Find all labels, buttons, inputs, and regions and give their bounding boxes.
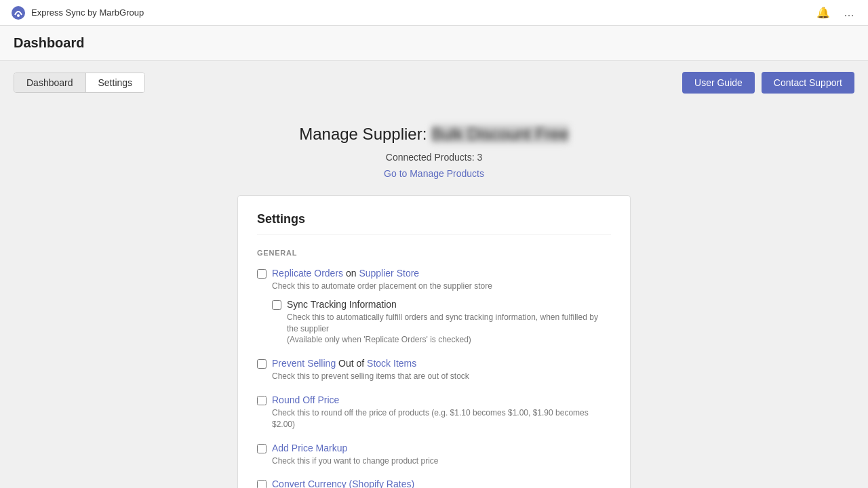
- setting-sync-tracking: Sync Tracking Information Check this to …: [272, 299, 611, 346]
- supplier-name: Bulk Discount Free: [431, 125, 569, 144]
- app-branding: Express Sync by MarbGroup: [11, 5, 144, 20]
- convert-shopify-checkbox[interactable]: [257, 480, 267, 488]
- setting-replicate-orders: Replicate Orders on Supplier Store Check…: [257, 268, 611, 346]
- manage-products-link[interactable]: Go to Manage Products: [384, 168, 484, 179]
- tab-group: Dashboard Settings: [14, 73, 145, 93]
- replicate-orders-description: Check this to automate order placement o…: [272, 281, 611, 292]
- tab-settings[interactable]: Settings: [86, 73, 145, 92]
- page-title: Dashboard: [14, 35, 854, 51]
- prevent-selling-description: Check this to prevent selling items that…: [272, 371, 611, 382]
- sync-tracking-label[interactable]: Sync Tracking Information: [272, 299, 611, 310]
- page-title-bar: Dashboard: [0, 26, 868, 61]
- supplier-title-prefix: Manage Supplier:: [299, 125, 427, 143]
- contact-support-button[interactable]: Contact Support: [762, 72, 854, 94]
- add-markup-label[interactable]: Add Price Markup: [257, 443, 611, 453]
- more-options-icon[interactable]: …: [841, 5, 857, 20]
- tab-dashboard[interactable]: Dashboard: [14, 73, 86, 92]
- convert-shopify-text: Convert Currency (Shopify Rates): [272, 479, 414, 488]
- prevent-selling-checkbox[interactable]: [257, 359, 267, 369]
- setting-add-markup: Add Price Markup Check this if you want …: [257, 443, 611, 467]
- setting-round-off: Round Off Price Check this to round off …: [257, 394, 611, 430]
- top-bar: Express Sync by MarbGroup 🔔 …: [0, 0, 868, 26]
- connected-products: Connected Products: 3: [14, 152, 854, 163]
- sync-tracking-checkbox[interactable]: [272, 300, 281, 310]
- settings-card: Settings GENERAL Replicate Orders on Sup…: [237, 195, 631, 488]
- round-off-checkbox[interactable]: [257, 396, 267, 405]
- main-content: Manage Supplier: Bulk Discount Free Conn…: [0, 104, 868, 488]
- settings-section-title: Settings: [257, 212, 611, 235]
- svg-point-1: [17, 14, 20, 17]
- nav-buttons: User Guide Contact Support: [682, 72, 854, 94]
- app-logo-icon: [11, 5, 26, 20]
- prevent-selling-text: Prevent Selling Out of Stock Items: [272, 358, 416, 369]
- supplier-title: Manage Supplier: Bulk Discount Free: [14, 125, 854, 144]
- replicate-orders-text: Replicate Orders on Supplier Store: [272, 268, 419, 279]
- prevent-selling-label[interactable]: Prevent Selling Out of Stock Items: [257, 358, 611, 369]
- round-off-label[interactable]: Round Off Price: [257, 394, 611, 405]
- general-section-label: GENERAL: [257, 249, 611, 257]
- setting-convert-shopify: Convert Currency (Shopify Rates) Check t…: [257, 479, 611, 488]
- top-bar-actions: 🔔 …: [814, 5, 857, 20]
- convert-shopify-label[interactable]: Convert Currency (Shopify Rates): [257, 479, 611, 488]
- app-title: Express Sync by MarbGroup: [31, 7, 144, 18]
- add-markup-checkbox[interactable]: [257, 444, 267, 453]
- sync-tracking-text: Sync Tracking Information: [287, 299, 397, 310]
- replicate-orders-checkbox[interactable]: [257, 269, 267, 279]
- notification-icon[interactable]: 🔔: [814, 5, 833, 20]
- setting-prevent-selling: Prevent Selling Out of Stock Items Check…: [257, 358, 611, 382]
- round-off-description: Check this to round off the price of pro…: [272, 407, 611, 430]
- add-markup-text: Add Price Markup: [272, 443, 347, 453]
- svg-point-0: [12, 6, 25, 20]
- add-markup-description: Check this if you want to change product…: [272, 455, 611, 467]
- user-guide-button[interactable]: User Guide: [682, 72, 755, 94]
- round-off-text: Round Off Price: [272, 394, 339, 405]
- manage-products-link-container: Go to Manage Products: [14, 168, 854, 179]
- replicate-orders-label[interactable]: Replicate Orders on Supplier Store: [257, 268, 611, 279]
- sync-tracking-description: Check this to automatically fulfill orde…: [287, 312, 611, 346]
- nav-area: Dashboard Settings User Guide Contact Su…: [0, 61, 868, 104]
